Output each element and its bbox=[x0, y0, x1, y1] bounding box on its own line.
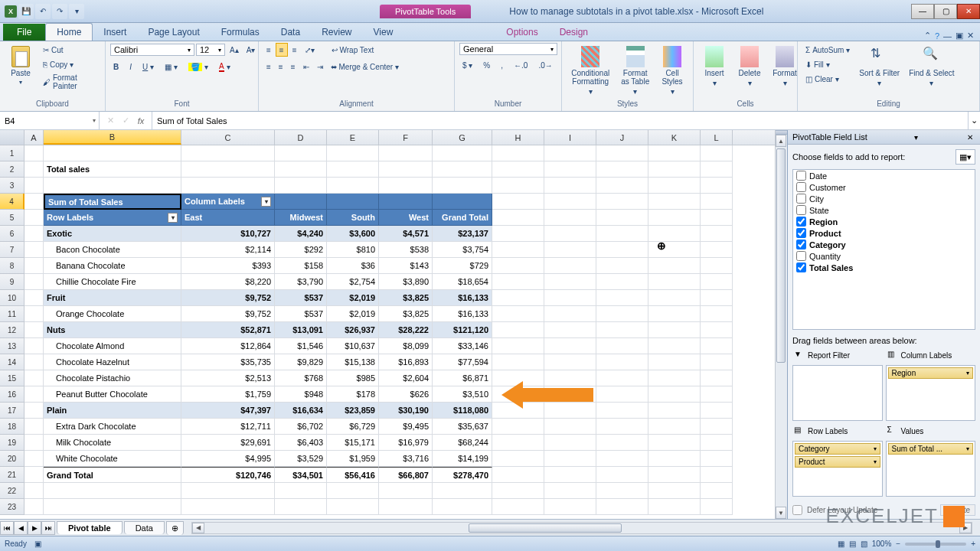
percent-format-icon[interactable]: % bbox=[480, 58, 493, 72]
cell[interactable] bbox=[379, 483, 433, 499]
cell[interactable]: $29,691 bbox=[181, 435, 275, 451]
cell[interactable]: $2,604 bbox=[379, 370, 433, 386]
cell[interactable]: White Chocolate bbox=[44, 451, 181, 467]
cell[interactable] bbox=[648, 354, 701, 370]
cell[interactable] bbox=[492, 499, 544, 515]
cell[interactable] bbox=[701, 194, 733, 210]
cell[interactable] bbox=[596, 483, 648, 499]
report-filter-area[interactable] bbox=[792, 365, 883, 421]
column-header-E[interactable]: E bbox=[327, 130, 379, 145]
cell[interactable] bbox=[433, 194, 492, 210]
cell[interactable]: Banana Chocolate bbox=[44, 258, 181, 274]
cell[interactable]: Milk Chocolate bbox=[44, 435, 181, 451]
cell[interactable] bbox=[648, 161, 701, 178]
hscroll-thumb[interactable] bbox=[469, 523, 622, 533]
field-list-dropdown-icon[interactable]: ▾ bbox=[912, 133, 920, 142]
cell[interactable]: $14,199 bbox=[433, 451, 492, 467]
cell[interactable] bbox=[701, 145, 733, 161]
cell[interactable]: $13,091 bbox=[275, 322, 327, 338]
cell[interactable] bbox=[701, 419, 733, 435]
cell[interactable] bbox=[24, 370, 44, 386]
cell[interactable] bbox=[701, 322, 733, 338]
cell[interactable]: Fruit bbox=[44, 290, 181, 306]
cell[interactable]: $143 bbox=[379, 258, 433, 274]
cell[interactable] bbox=[24, 499, 44, 515]
row-labels-area[interactable]: Category▾Product▾ bbox=[792, 441, 883, 497]
cell[interactable] bbox=[379, 499, 433, 515]
cell[interactable] bbox=[433, 178, 492, 194]
view-normal-icon[interactable]: ▦ bbox=[838, 540, 844, 548]
cell[interactable]: $810 bbox=[327, 242, 379, 258]
cell[interactable]: $3,754 bbox=[433, 242, 492, 258]
field-customer[interactable]: Customer bbox=[793, 181, 975, 193]
cell[interactable] bbox=[701, 435, 733, 451]
cell[interactable] bbox=[544, 194, 596, 210]
help-icon[interactable]: ? bbox=[935, 31, 939, 41]
cell[interactable] bbox=[544, 242, 596, 258]
cell[interactable] bbox=[648, 306, 701, 322]
row-header[interactable]: 3 bbox=[0, 178, 24, 194]
cell[interactable] bbox=[701, 386, 733, 403]
column-header-B[interactable]: B bbox=[44, 130, 181, 145]
undo-button[interactable]: ↶ bbox=[35, 4, 51, 19]
cell[interactable] bbox=[24, 194, 44, 210]
cell[interactable] bbox=[544, 354, 596, 370]
cell[interactable] bbox=[327, 178, 379, 194]
cell[interactable] bbox=[596, 354, 648, 370]
cell[interactable]: Midwest bbox=[275, 210, 327, 226]
cell[interactable] bbox=[492, 386, 544, 403]
orientation-icon[interactable]: ⤢▾ bbox=[302, 43, 318, 57]
cell[interactable]: $12,711 bbox=[181, 419, 275, 435]
cell[interactable] bbox=[44, 483, 181, 499]
view-page-break-icon[interactable]: ▧ bbox=[861, 540, 867, 548]
row-header[interactable]: 5 bbox=[0, 210, 24, 226]
hscroll-left-icon[interactable]: ◀ bbox=[192, 523, 204, 533]
cell[interactable] bbox=[327, 483, 379, 499]
cell[interactable]: $35,735 bbox=[181, 354, 275, 370]
cell[interactable] bbox=[492, 338, 544, 354]
cell[interactable]: Extra Dark Chocolate bbox=[44, 419, 181, 435]
cell[interactable] bbox=[492, 435, 544, 451]
cell[interactable]: $537 bbox=[275, 306, 327, 322]
cell[interactable] bbox=[24, 258, 44, 274]
cell[interactable] bbox=[701, 161, 733, 178]
field-list-close-icon[interactable]: ✕ bbox=[965, 133, 975, 142]
cell[interactable]: $9,752 bbox=[181, 290, 275, 306]
cell[interactable]: $23,859 bbox=[327, 403, 379, 419]
cell[interactable] bbox=[544, 258, 596, 274]
cell[interactable] bbox=[648, 226, 701, 242]
cell[interactable]: South bbox=[327, 210, 379, 226]
cell[interactable]: $16,893 bbox=[379, 354, 433, 370]
cell[interactable]: $6,702 bbox=[275, 419, 327, 435]
close-button[interactable]: ✕ bbox=[957, 4, 980, 19]
align-bottom-icon[interactable]: ≡ bbox=[289, 43, 300, 57]
cell[interactable] bbox=[544, 274, 596, 290]
cell[interactable]: $66,807 bbox=[379, 467, 433, 483]
cell[interactable] bbox=[492, 178, 544, 194]
cell[interactable]: Nuts bbox=[44, 322, 181, 338]
cell[interactable] bbox=[596, 274, 648, 290]
cell[interactable]: $1,546 bbox=[275, 338, 327, 354]
cell[interactable] bbox=[596, 290, 648, 306]
cell[interactable] bbox=[596, 145, 648, 161]
cell[interactable] bbox=[181, 499, 275, 515]
cell[interactable] bbox=[701, 210, 733, 226]
cell[interactable] bbox=[544, 145, 596, 161]
decrease-font-icon[interactable]: A▾ bbox=[243, 43, 259, 57]
cell[interactable] bbox=[24, 467, 44, 483]
cell[interactable] bbox=[327, 194, 379, 210]
cell[interactable]: $68,244 bbox=[433, 435, 492, 451]
paste-button[interactable]: Paste ▾ bbox=[5, 43, 37, 89]
cell[interactable] bbox=[596, 178, 648, 194]
field-checkbox[interactable] bbox=[796, 251, 806, 261]
cell[interactable] bbox=[648, 178, 701, 194]
cell[interactable] bbox=[181, 483, 275, 499]
cell[interactable] bbox=[24, 322, 44, 338]
font-size-dropdown[interactable]: 12▾ bbox=[196, 44, 225, 56]
cell[interactable] bbox=[379, 194, 433, 210]
column-header-I[interactable]: I bbox=[544, 130, 596, 145]
font-color-button[interactable]: A▾ bbox=[216, 60, 234, 73]
cell[interactable]: Chocolate Hazelnut bbox=[44, 354, 181, 370]
cell[interactable] bbox=[492, 354, 544, 370]
cell[interactable]: $278,470 bbox=[433, 467, 492, 483]
